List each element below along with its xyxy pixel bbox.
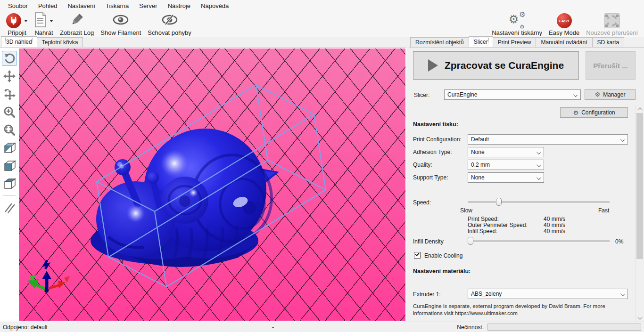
printer-settings-button[interactable]: ⚙ ⚙ ⚙ Nastavení tiskárny [488, 12, 545, 37]
quality-select[interactable]: 0.2 mm [468, 160, 544, 170]
menu-nastroje[interactable]: Nástroje [163, 0, 196, 11]
eye-icon [112, 14, 129, 27]
chevron-down-icon [537, 163, 541, 167]
show-log-label: Zobrazit Log [60, 29, 94, 36]
upload-dropdown-caret-icon[interactable] [50, 20, 53, 22]
print-configuration-value: Default [471, 136, 489, 143]
configuration-button[interactable]: ⚙ Configuration [560, 107, 628, 118]
speed-slider-track [468, 201, 610, 203]
infill-density-slider-handle[interactable] [468, 237, 473, 245]
menu-soubor[interactable]: Soubor [3, 0, 33, 11]
infill-density-slider[interactable] [468, 236, 610, 245]
zoom-in-icon[interactable] [2, 105, 17, 120]
adhesion-type-value: None [471, 149, 485, 155]
quality-value: 0.2 mm [471, 162, 490, 168]
show-log-button[interactable]: Zobrazit Log [57, 12, 97, 37]
show-filament-button[interactable]: Show Filament [97, 12, 144, 37]
extruder-1-select[interactable]: ABS_zeleny [468, 289, 628, 299]
menu-pohled[interactable]: Pohled [33, 0, 62, 11]
gears-icon: ⚙ ⚙ ⚙ [509, 13, 526, 29]
enable-cooling-checkbox[interactable] [414, 252, 421, 259]
viewport-3d[interactable] [19, 49, 405, 321]
menu-server[interactable]: Server [134, 0, 162, 11]
emergency-stop-label: Nouzové přerušení [586, 29, 638, 36]
infill-speed-value: 40 mm/s [544, 228, 565, 235]
menu-bar: Soubor Pohled Nastavení Tiskárna Server … [0, 0, 644, 11]
rotate-view-icon[interactable] [2, 51, 17, 66]
repetier-host-window: Soubor Pohled Nastavení Tiskárna Server … [0, 0, 644, 332]
check-icon [415, 252, 419, 256]
configuration-button-label: Configuration [581, 109, 615, 116]
adhesion-type-select[interactable]: None [468, 147, 544, 157]
chevron-down-icon [573, 93, 578, 97]
chevron-down-icon [537, 150, 541, 154]
tab-print-preview[interactable]: Print Preview [493, 37, 537, 47]
speed-label: Speed: [413, 199, 431, 206]
upload-button[interactable]: Nahrát [31, 12, 57, 37]
slicer-select[interactable]: CuraEngine [444, 89, 581, 100]
speed-slider-handle[interactable] [496, 198, 502, 206]
scroll-down-button[interactable] [636, 314, 644, 322]
print-configuration-select[interactable]: Default [468, 134, 628, 145]
connect-dropdown-caret-icon[interactable] [24, 20, 28, 22]
move-view-icon[interactable] [2, 69, 17, 84]
curaengine-note: CuraEngine is separate, external program… [413, 303, 633, 317]
speed-slow-label: Slow [460, 207, 472, 214]
snail-model[interactable] [91, 129, 279, 267]
easy-mode-button[interactable]: EASY Easy Mode [545, 12, 583, 37]
slicer-select-value: CuraEngine [447, 91, 477, 98]
manager-button[interactable]: ⚙ Manager [585, 89, 636, 100]
material-settings-header: Nastavení materiálu: [413, 268, 471, 275]
chevron-down-icon [620, 138, 625, 142]
connect-label: Připojit [8, 29, 26, 36]
menu-tiskarna[interactable]: Tiskárna [100, 0, 134, 11]
tab-sd-card[interactable]: SD karta [592, 37, 625, 47]
tab-manual-control[interactable]: Manuální ovládání [536, 37, 592, 47]
enable-cooling-label: Enable Cooling [424, 252, 462, 259]
upload-label: Nahrát [34, 29, 53, 36]
front-view-icon[interactable] [2, 158, 17, 173]
tool-strip-separator [3, 195, 16, 196]
chevron-down-icon [620, 292, 625, 296]
view-tabstrip: 3D náhled Teplotní křivka [0, 38, 406, 47]
support-type-select[interactable]: None [468, 172, 544, 183]
tab-slicer[interactable]: Slicer [469, 36, 493, 47]
print-speed-value: 40 mm/s [544, 216, 565, 222]
hide-moves-button[interactable]: Schovat pohyby [144, 12, 195, 37]
adhesion-type-label: Adhesion Type: [413, 149, 452, 155]
main-area: 3D náhled Teplotní křivka [0, 38, 644, 322]
show-filament-label: Show Filament [100, 29, 141, 36]
zoom-fit-icon[interactable] [2, 122, 17, 138]
slice-button[interactable]: Zpracovat se CuraEngine [413, 51, 579, 80]
support-type-value: None [471, 174, 485, 181]
parallel-projection-icon[interactable] [2, 200, 17, 215]
document-icon [34, 12, 47, 29]
menu-nastaveni[interactable]: Nastavení [62, 0, 100, 11]
emergency-stop-button: Nouzové přerušení [583, 12, 641, 37]
scroll-up-button[interactable] [636, 105, 644, 113]
hide-moves-label: Schovat pohyby [148, 29, 191, 36]
slicer-panel: Zpracovat se CuraEngine Přerušit ... Sli… [409, 47, 644, 322]
print-configuration-label: Print Configuration: [413, 136, 462, 143]
gear-icon: ⚙ [573, 110, 578, 116]
tab-temperature-curve[interactable]: Teplotní křivka [37, 37, 83, 47]
status-center: - [272, 324, 274, 331]
menu-napoveda[interactable]: Nápověda [196, 0, 234, 11]
scrollbar-thumb[interactable] [636, 113, 643, 259]
panel-scrollbar[interactable] [636, 105, 643, 322]
tab-object-placement[interactable]: Rozmístění objektů [410, 37, 469, 47]
top-view-icon[interactable] [2, 176, 17, 191]
speed-slider[interactable] [468, 197, 610, 206]
extruder-1-label: Extruder 1: [413, 291, 441, 298]
control-tabstrip: Rozmístění objektů Slicer Print Preview … [409, 38, 644, 47]
tab-3d-preview[interactable]: 3D náhled [1, 36, 37, 47]
isometric-view-icon[interactable] [2, 140, 17, 155]
print-speed-label: Print Speed: [468, 216, 499, 222]
move-object-icon[interactable] [2, 87, 17, 102]
idle-status: Nečinnost. [457, 324, 484, 331]
chevron-down-icon [537, 176, 541, 180]
axes-gizmo [27, 260, 70, 292]
connect-button[interactable]: Připojit [3, 12, 31, 37]
view-panel: 3D náhled Teplotní křivka [0, 38, 406, 322]
easy-mode-icon: EASY [557, 13, 572, 28]
